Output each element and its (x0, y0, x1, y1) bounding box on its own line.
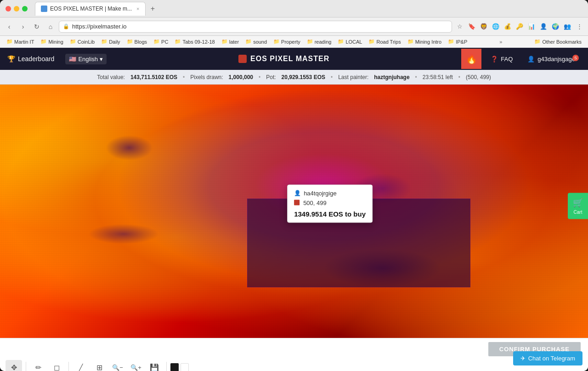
bookmark-label: reading (315, 39, 332, 45)
pixel-canvas-area[interactable]: 👤 ha4tqojrgige 500, 499 1349.9514 EOS to… (0, 85, 588, 338)
extension-icon-5[interactable]: 🔑 (514, 22, 525, 32)
bookmark-ipp[interactable]: 📁 IP&P (445, 38, 470, 46)
extension-icon-8[interactable]: 🌍 (550, 22, 560, 32)
purple-patch-2 (88, 224, 159, 244)
tooltip-price: 1349.9514 EOS to buy (294, 210, 366, 217)
extension-icon-3[interactable]: 🌐 (491, 22, 501, 32)
pixels-drawn-label: Pixels drawn: (190, 74, 223, 80)
minimize-button[interactable] (14, 6, 19, 11)
back-button[interactable]: ‹ (4, 21, 15, 32)
bookmark-mining[interactable]: 📁 Mining (38, 38, 66, 46)
home-button[interactable]: ⌂ (45, 21, 56, 32)
bookmark-label: Other Bookmarks (542, 39, 582, 45)
bookmark-later[interactable]: 📁 later (219, 38, 242, 46)
extension-icon-4[interactable]: 💰 (503, 22, 513, 32)
star-icon[interactable]: ☆ (455, 22, 465, 32)
save-button[interactable]: 💾 (146, 360, 163, 371)
bookmark-tabs[interactable]: 📁 Tabs 09-12-18 (172, 38, 217, 46)
move-icon: ✥ (11, 363, 17, 371)
faq-label: FAQ (501, 56, 513, 63)
cart-icon: 🛒 (573, 198, 583, 208)
app-nav-right: 🔥 ❓ FAQ 👤 g43danjsgage S (461, 49, 581, 69)
maximize-button[interactable] (22, 6, 28, 11)
language-selector[interactable]: 🇺🇸 English ▾ (65, 54, 107, 64)
fire-icon: 🔥 (466, 53, 477, 64)
titlebar: EOS PIXEL MASTER | Make m... × + (0, 0, 588, 17)
faq-button[interactable]: ❓ FAQ (483, 52, 520, 66)
bookmark-reading[interactable]: 📁 reading (304, 38, 334, 46)
pot-label: Pot: (266, 74, 276, 80)
bookmark-coinlib[interactable]: 📁 CoinLib (67, 38, 97, 46)
extension-icon-6[interactable]: 📊 (526, 22, 537, 32)
telegram-button[interactable]: ✈ Chat on Telegram (513, 351, 582, 365)
zoom-out-button[interactable]: 🔍− (109, 360, 126, 371)
bookmark-local[interactable]: 📁 LOCAL (335, 38, 365, 46)
draw-tool-button[interactable]: ✏ (30, 360, 46, 371)
last-painter-label: Last painter: (338, 74, 368, 80)
zoom-in-button[interactable]: 🔍+ (128, 360, 144, 371)
user-button[interactable]: 👤 g43danjsgage S (522, 52, 581, 66)
tooltip-coords-text: 500, 499 (303, 199, 327, 206)
bookmark-road-trips[interactable]: 📁 Road Trips (366, 38, 403, 46)
total-value: 143,711.5102 EOS (130, 74, 177, 80)
move-tool-button[interactable]: ✥ (6, 360, 22, 371)
bookmark-label: LOCAL (345, 39, 362, 45)
folder-icon: 📁 (175, 39, 181, 45)
grid-tool-button[interactable]: ⊞ (91, 360, 107, 371)
address-text: https://pixelmaster.io (72, 23, 448, 30)
telegram-icon: ✈ (520, 355, 526, 362)
bookmark-mining-intro[interactable]: 📁 Mining Intro (405, 38, 444, 46)
user-badge: S (572, 55, 579, 61)
bookmark-label: Mining Intro (415, 39, 441, 45)
bookmark-label: CoinLib (78, 39, 95, 45)
folder-icon: 📁 (40, 39, 47, 45)
more-options-icon[interactable]: ⋮ (574, 22, 584, 32)
erase-tool-button[interactable]: ◻ (48, 360, 65, 371)
new-tab-button[interactable]: + (147, 3, 158, 14)
bookmark-pc[interactable]: 📁 PC (151, 38, 171, 46)
pot-value: 20,929.1553 EOS (282, 74, 325, 80)
fire-button[interactable]: 🔥 (461, 49, 481, 69)
refresh-button[interactable]: ↻ (31, 21, 42, 32)
bookmark-label: Mining (48, 39, 63, 45)
zoom-out-icon: 🔍− (112, 364, 123, 371)
extension-icon-2[interactable]: 🦁 (479, 22, 489, 32)
cart-button[interactable]: 🛒 Cart (568, 193, 588, 219)
extension-icon-7[interactable]: 👤 (538, 22, 548, 32)
navbar: ‹ › ↻ ⌂ 🔒 https://pixelmaster.io ☆ 🔖 🦁 🌐… (0, 17, 588, 36)
confirm-row: CONFIRM PURCHASE (0, 338, 588, 358)
active-tab[interactable]: EOS PIXEL MASTER | Make m... × (35, 2, 146, 16)
lock-icon: 🔒 (63, 23, 69, 29)
bookmark-blogs[interactable]: 📁 Blogs (124, 38, 150, 46)
forward-button[interactable]: › (17, 21, 28, 32)
close-button[interactable] (6, 6, 11, 11)
bookmarks-more-button[interactable]: » (498, 38, 504, 46)
tools-row: ✥ ✏ ◻ ╱ ⊞ 🔍− 🔍+ 💾 (0, 358, 588, 371)
zoom-in-icon: 🔍+ (130, 364, 141, 371)
folder-icon: 📁 (307, 39, 313, 45)
pixel-tooltip: 👤 ha4tqojrgige 500, 499 1349.9514 EOS to… (287, 184, 373, 223)
language-label: English (78, 56, 98, 63)
tooltip-user-row: 👤 ha4tqojrgige (294, 189, 366, 196)
folder-icon: 📁 (153, 39, 160, 45)
bookmark-property[interactable]: 📁 Property (271, 38, 303, 46)
folder-icon: 📁 (221, 39, 228, 45)
tool-separator-3 (166, 362, 167, 371)
primary-color-swatch[interactable] (170, 363, 179, 371)
bookmark-martin-it[interactable]: 📁 Martin IT (4, 38, 37, 46)
extension-icon-1[interactable]: 🔖 (467, 22, 477, 32)
address-bar[interactable]: 🔒 https://pixelmaster.io (59, 21, 452, 33)
tooltip-user-icon: 👤 (294, 190, 301, 196)
bookmark-other[interactable]: 📁 Other Bookmarks (531, 38, 584, 46)
draw-icon: ✏ (35, 363, 41, 371)
picker-tool-button[interactable]: ╱ (73, 360, 89, 371)
folder-icon: 📁 (6, 39, 13, 45)
leaderboard-button[interactable]: 🏆 Leaderboard (7, 55, 54, 63)
extension-icon-9[interactable]: 👥 (562, 22, 572, 32)
username-label: g43danjsgage (537, 56, 575, 63)
bookmark-sound[interactable]: 📁 sound (243, 38, 270, 46)
bookmark-daily[interactable]: 📁 Daily (98, 38, 123, 46)
tab-close-icon[interactable]: × (136, 6, 139, 11)
secondary-color-swatch[interactable] (181, 363, 189, 371)
bookmark-label: PC (161, 39, 168, 45)
